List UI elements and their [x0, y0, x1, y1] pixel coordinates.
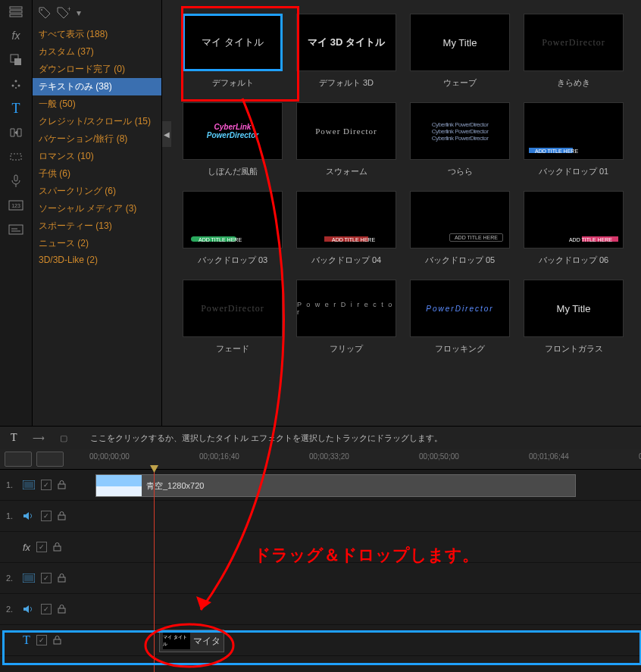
- track-header[interactable]: 1.✓: [0, 501, 94, 531]
- track-header[interactable]: fx✓: [0, 532, 94, 562]
- next-cut-button[interactable]: [36, 452, 64, 467]
- add-tag-icon[interactable]: +: [57, 7, 70, 19]
- category-item[interactable]: スパークリング (6): [33, 183, 161, 200]
- category-item[interactable]: ロマンス (10): [33, 148, 161, 165]
- category-item[interactable]: すべて表示 (188): [33, 26, 161, 43]
- track-body[interactable]: [94, 594, 641, 624]
- title-thumb[interactable]: ADD TITLE HERE: [183, 191, 283, 248]
- title-thumb[interactable]: マイ タイトル: [183, 14, 283, 71]
- title-thumb[interactable]: マイ 3D タイトル: [296, 14, 396, 71]
- title-thumb[interactable]: PowerDirector: [524, 14, 624, 71]
- title-clip[interactable]: マイ タイトルマイタ: [159, 630, 224, 652]
- title-thumb[interactable]: Power Director: [296, 102, 396, 160]
- title-thumb[interactable]: My Title: [410, 14, 510, 71]
- title-item[interactable]: My Titleフロントガラス: [521, 280, 626, 355]
- visibility-toggle[interactable]: ✓: [41, 511, 52, 521]
- hint-icon[interactable]: T: [11, 432, 17, 444]
- track-header[interactable]: T✓: [0, 625, 94, 655]
- track-body[interactable]: [94, 501, 641, 531]
- title-item[interactable]: PowerDirectorきらめき: [521, 14, 626, 89]
- visibility-toggle[interactable]: ✓: [41, 604, 52, 614]
- title-item[interactable]: Power Directorスウォーム: [294, 102, 399, 177]
- visibility-toggle[interactable]: ✓: [36, 542, 47, 552]
- title-icon[interactable]: T: [8, 100, 24, 117]
- collapse-handle[interactable]: ◀: [162, 121, 171, 147]
- transition-icon[interactable]: [8, 124, 24, 141]
- track-header[interactable]: 2.✓: [0, 563, 94, 593]
- category-item[interactable]: テキストのみ (38): [33, 78, 161, 95]
- blend-icon[interactable]: [8, 148, 24, 165]
- svg-rect-2: [10, 14, 22, 17]
- visibility-toggle[interactable]: ✓: [41, 573, 52, 583]
- category-item[interactable]: 3D/3D-Like (2): [33, 252, 161, 267]
- title-thumb[interactable]: CyberLinkPowerDirector: [183, 102, 283, 160]
- title-label: フロッキング: [435, 343, 485, 355]
- lock-icon[interactable]: [53, 542, 61, 552]
- fx-icon[interactable]: fx: [8, 27, 24, 44]
- category-item[interactable]: カスタム (37): [33, 43, 161, 61]
- visibility-toggle[interactable]: ✓: [36, 635, 47, 645]
- tag-bar: + ▾: [33, 0, 161, 26]
- lock-icon[interactable]: [53, 636, 61, 645]
- category-item[interactable]: 子供 (6): [33, 165, 161, 183]
- subtitle-icon[interactable]: [8, 221, 24, 238]
- title-thumb[interactable]: My Title: [524, 280, 624, 337]
- title-item[interactable]: マイ タイトルデフォルト: [180, 14, 285, 89]
- title-thumb[interactable]: Cyberlink PowerDirectorCyberlink PowerDi…: [410, 102, 510, 160]
- category-item[interactable]: ニュース (2): [33, 235, 161, 252]
- particle-icon[interactable]: [8, 76, 24, 92]
- title-thumb[interactable]: ADD TITLE HERE: [524, 191, 624, 248]
- title-item[interactable]: PowerDirectorフロッキング: [408, 280, 512, 355]
- title-item[interactable]: ADD TITLE HEREバックドロップ 05: [408, 191, 512, 266]
- svg-point-6: [12, 85, 14, 87]
- title-thumb[interactable]: ADD TITLE HERE: [524, 102, 624, 160]
- title-label: ウェーブ: [443, 77, 477, 89]
- track-body[interactable]: 青空_1280x720: [94, 470, 641, 500]
- title-thumb[interactable]: PowerDirector: [183, 280, 283, 337]
- title-item[interactable]: ADD TITLE HEREバックドロップ 06: [521, 191, 626, 266]
- title-item[interactable]: ADD TITLE HEREバックドロップ 03: [180, 191, 285, 266]
- pip-icon[interactable]: [8, 52, 24, 68]
- chapter-icon[interactable]: 123: [8, 197, 24, 214]
- title-item[interactable]: P o w e r D i r e c t o rフリップ: [294, 280, 399, 355]
- lock-icon[interactable]: [58, 480, 66, 489]
- title-thumb[interactable]: P o w e r D i r e c t o r: [296, 280, 396, 337]
- chevron-down-icon[interactable]: ▾: [77, 8, 81, 18]
- category-panel: + ▾ すべて表示 (188)カスタム (37)ダウンロード完了 (0)テキスト…: [33, 0, 162, 426]
- title-thumb[interactable]: ADD TITLE HERE: [410, 191, 510, 248]
- title-item[interactable]: CyberLinkPowerDirectorしぼんだ風船: [180, 102, 285, 177]
- category-item[interactable]: ダウンロード完了 (0): [33, 61, 161, 78]
- category-item[interactable]: 一般 (50): [33, 95, 161, 113]
- title-item[interactable]: ADD TITLE HEREバックドロップ 01: [521, 102, 626, 177]
- title-item[interactable]: PowerDirectorフェード: [180, 280, 285, 355]
- category-item[interactable]: バケーション/旅行 (8): [33, 130, 161, 148]
- category-item[interactable]: ソーシャル メディア (3): [33, 200, 161, 217]
- time-ruler[interactable]: 00;00;00;0000;00;16;4000;00;33;2000;00;5…: [0, 449, 641, 470]
- title-item[interactable]: マイ 3D タイトルデフォルト 3D: [294, 14, 399, 89]
- visibility-toggle[interactable]: ✓: [41, 480, 52, 490]
- title-thumb[interactable]: PowerDirector: [410, 280, 510, 337]
- category-item[interactable]: クレジット/スクロール (15): [33, 113, 161, 130]
- prev-cut-button[interactable]: [5, 452, 32, 467]
- svg-rect-13: [9, 225, 23, 234]
- title-item[interactable]: ADD TITLE HEREバックドロップ 04: [294, 191, 399, 266]
- title-clip-label: マイタ: [193, 635, 220, 648]
- lock-icon[interactable]: [58, 574, 66, 583]
- title-item[interactable]: Cyberlink PowerDirectorCyberlink PowerDi…: [408, 102, 512, 177]
- title-thumb[interactable]: ADD TITLE HERE: [296, 191, 396, 248]
- title-item[interactable]: My Titleウェーブ: [408, 14, 512, 89]
- track-body[interactable]: マイ タイトルマイタ: [94, 625, 641, 655]
- track-type-icon: [23, 574, 35, 583]
- video-clip[interactable]: 青空_1280x720: [95, 474, 576, 497]
- category-item[interactable]: スポーティー (13): [33, 217, 161, 235]
- track-header[interactable]: 2.✓: [0, 594, 94, 624]
- lock-icon[interactable]: [58, 605, 66, 614]
- mic-icon[interactable]: [8, 173, 24, 189]
- title-label: フリップ: [330, 343, 363, 355]
- media-icon[interactable]: [8, 3, 24, 20]
- track-header[interactable]: 1.✓: [0, 470, 94, 500]
- track-body[interactable]: [94, 563, 641, 593]
- hint-track-icon: ▢: [60, 433, 67, 443]
- tag-icon[interactable]: [39, 7, 51, 19]
- lock-icon[interactable]: [58, 511, 66, 520]
